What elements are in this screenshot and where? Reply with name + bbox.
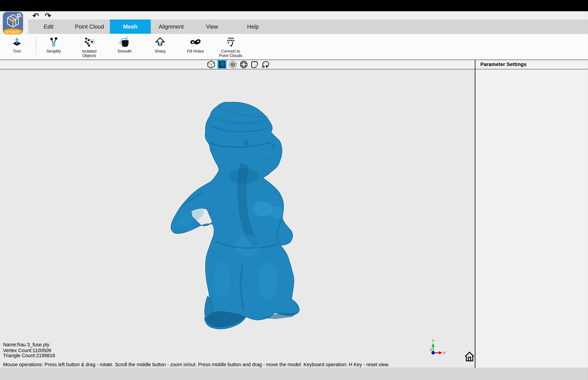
z-axis [432, 351, 435, 355]
tab-view[interactable]: View [191, 19, 232, 34]
tab-mesh[interactable]: Mesh [110, 19, 151, 34]
view-icons-group [207, 60, 270, 69]
redo-icon[interactable]: ↷ [44, 12, 53, 19]
tool-simplify[interactable]: Simplify [36, 36, 71, 53]
titlebar [0, 0, 588, 11]
fill-holes-icon [178, 36, 213, 48]
rect-select-icon[interactable] [250, 60, 259, 69]
lasso-select-icon[interactable] [261, 60, 270, 69]
model-info: Name:frau 3_fuse.ply Vertex Count:110050… [3, 342, 55, 359]
svg-text:Z: Z [430, 348, 432, 352]
tab-point-cloud[interactable]: Point Cloud [69, 19, 110, 34]
app-window: ↶ ↷ Edit Point Cloud Mesh Alignment View… [0, 0, 588, 380]
tool-fill-holes[interactable]: Fill Holes [178, 36, 213, 53]
mesh-view-icon[interactable] [217, 60, 227, 69]
tool-convert-to-point-clouds[interactable]: Convert to Point Clouds [210, 36, 251, 58]
svg-text:Y: Y [432, 339, 434, 343]
tab-help[interactable]: Help [232, 19, 273, 34]
home-icon[interactable] [464, 351, 475, 362]
model-vertex-line: Vertex Count:1100509 [3, 348, 55, 353]
simplify-icon [36, 36, 71, 48]
status-bar [0, 368, 588, 380]
cube-view-icon[interactable] [207, 60, 216, 69]
app-logo: STUDIO [2, 12, 23, 34]
viewport-3d-canvas[interactable] [0, 69, 475, 368]
globe-view-icon[interactable] [239, 60, 248, 69]
tool-sharp[interactable]: Sharp [143, 36, 178, 53]
model-eye-shading [243, 140, 248, 145]
parameter-settings-panel [475, 69, 588, 368]
trim-icon [0, 36, 34, 48]
sharp-icon [143, 36, 178, 48]
isolated-objects-icon [72, 36, 107, 48]
tool-isolated-objects[interactable]: Isolated Objects [72, 36, 107, 58]
smooth-icon [107, 36, 142, 48]
parameter-settings-title: Parameter Settings [480, 59, 526, 69]
tool-smooth[interactable]: Smooth [107, 36, 142, 53]
convert-to-point-clouds-icon [210, 36, 251, 48]
logo-text: STUDIO [6, 30, 20, 34]
svg-text:X: X [443, 351, 445, 355]
axes-gizmo: Y X Z [422, 339, 446, 359]
tab-alignment[interactable]: Alignment [151, 19, 191, 34]
mesh-model-frau [0, 69, 475, 368]
undo-icon[interactable]: ↶ [31, 12, 40, 19]
menu-bar: Edit Point Cloud Mesh Alignment View Hel… [28, 19, 588, 34]
tool-trim[interactable]: Trim [0, 36, 34, 53]
mouse-operations-hint: Mouse operations: Press left button & dr… [3, 362, 389, 367]
tab-edit[interactable]: Edit [28, 19, 69, 34]
model-triangle-line: Triangle Count:2199816 [3, 353, 55, 359]
model-name-line: Name:frau 3_fuse.ply [3, 342, 55, 348]
tools-ribbon: Trim Simplify [0, 34, 588, 59]
bounding-box-view-icon[interactable] [228, 60, 237, 69]
